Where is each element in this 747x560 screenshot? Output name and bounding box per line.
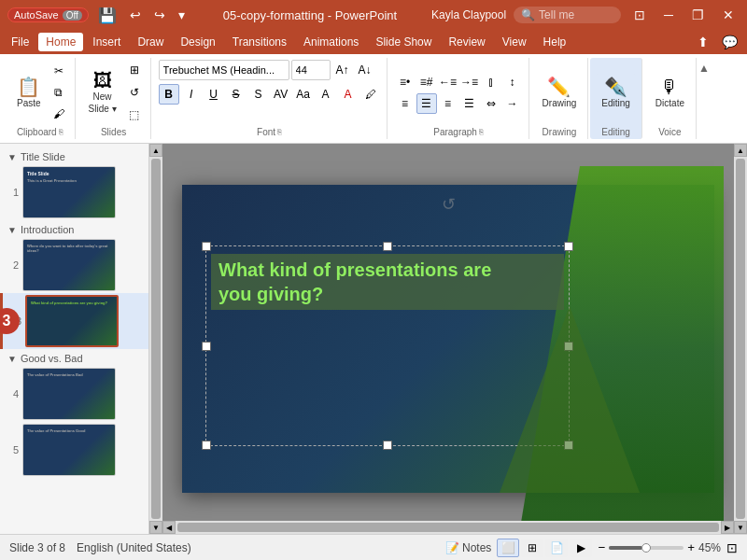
handle-top-right[interactable] bbox=[564, 242, 573, 251]
autosave-toggle[interactable]: AutoSave Off bbox=[7, 7, 89, 22]
undo-button[interactable]: ↩ bbox=[126, 6, 145, 24]
fit-slide-button[interactable]: ⊡ bbox=[726, 540, 738, 555]
menu-view[interactable]: View bbox=[495, 33, 534, 51]
new-slide-button[interactable]: 🖼 New Slide ▾ bbox=[83, 67, 122, 118]
handle-top-left[interactable] bbox=[202, 242, 211, 251]
cut-button[interactable]: ✂ bbox=[49, 61, 69, 81]
align-left-button[interactable]: ≡ bbox=[395, 93, 416, 114]
indent-button[interactable]: →≡ bbox=[459, 72, 480, 92]
comments-button[interactable]: 💬 bbox=[716, 33, 743, 51]
slide-item-2[interactable]: 2 Where do you want to take after today'… bbox=[0, 237, 148, 293]
editing-button[interactable]: ✒️ Editing bbox=[596, 74, 636, 112]
strikethrough-button[interactable]: S bbox=[226, 84, 247, 105]
autosave-state[interactable]: Off bbox=[63, 10, 82, 21]
view-normal-button[interactable]: ⬜ bbox=[497, 539, 519, 557]
menu-home[interactable]: Home bbox=[38, 33, 83, 51]
justify-button[interactable]: ☰ bbox=[459, 93, 480, 114]
menu-help[interactable]: Help bbox=[536, 33, 574, 51]
clipboard-expand[interactable]: ⎘ bbox=[59, 128, 63, 136]
close-button[interactable]: ✕ bbox=[717, 6, 740, 24]
dictate-button[interactable]: 🎙 Dictate bbox=[650, 74, 690, 112]
scroll-down-right[interactable]: ▼ bbox=[734, 521, 747, 534]
save-button[interactable]: 💾 bbox=[94, 5, 120, 26]
menu-design[interactable]: Design bbox=[173, 33, 222, 51]
align-right-button[interactable]: ≡ bbox=[438, 93, 458, 114]
scroll-up-right[interactable]: ▲ bbox=[734, 144, 747, 157]
font-expand[interactable]: ⎘ bbox=[277, 128, 282, 136]
redo-button[interactable]: ↪ bbox=[150, 6, 169, 24]
font-name-input[interactable] bbox=[159, 60, 289, 80]
search-area[interactable]: 🔍 bbox=[514, 7, 621, 23]
underline-button[interactable]: U bbox=[204, 84, 224, 105]
italic-button[interactable]: I bbox=[181, 84, 202, 105]
clear-format-button[interactable]: A bbox=[316, 84, 336, 105]
left-scrollbar[interactable]: ▲ ▼ bbox=[149, 144, 162, 534]
highlight-button[interactable]: 🖊 bbox=[360, 84, 381, 105]
slide-item-4[interactable]: 4 The value of Presentations Bad bbox=[0, 366, 148, 422]
view-slideshow-button[interactable]: ▶ bbox=[570, 539, 592, 557]
menu-file[interactable]: File bbox=[4, 33, 36, 51]
zoom-in-button[interactable]: + bbox=[687, 540, 695, 554]
bullets-button[interactable]: ≡• bbox=[395, 72, 416, 92]
customize-qat-button[interactable]: ▾ bbox=[175, 6, 189, 24]
numbered-list-button[interactable]: ≡# bbox=[416, 72, 437, 92]
minimize-button[interactable]: ─ bbox=[658, 6, 679, 24]
char-spacing-button[interactable]: AV bbox=[271, 84, 291, 105]
text-direction-button[interactable]: ⇔ bbox=[481, 93, 501, 114]
increase-font-button[interactable]: A↑ bbox=[332, 60, 353, 80]
share-button[interactable]: ⬆ bbox=[692, 33, 714, 51]
section-title-slide[interactable]: ▼ Title Slide bbox=[0, 147, 148, 164]
zoom-slider[interactable] bbox=[609, 546, 684, 550]
section-introduction[interactable]: ▼ Introduction bbox=[0, 220, 148, 237]
handle-top-center[interactable] bbox=[383, 242, 392, 251]
reset-slide-button[interactable]: ↺ bbox=[124, 82, 145, 103]
section-button[interactable]: ⬚ bbox=[124, 105, 145, 125]
slide-item-3[interactable]: 3 3 What kind of presentations are you g… bbox=[0, 293, 148, 349]
handle-middle-right[interactable] bbox=[564, 342, 573, 351]
shadow-button[interactable]: S bbox=[248, 84, 269, 105]
font-color-button[interactable]: A bbox=[338, 84, 359, 105]
bold-button[interactable]: B bbox=[159, 84, 179, 105]
menu-slideshow[interactable]: Slide Show bbox=[368, 33, 439, 51]
scroll-right-bottom[interactable]: ▶ bbox=[721, 521, 734, 534]
notes-button[interactable]: 📝 Notes bbox=[445, 541, 491, 554]
line-spacing-button[interactable]: ↕ bbox=[502, 72, 523, 92]
handle-bottom-center[interactable] bbox=[383, 441, 392, 450]
slide-item-5[interactable]: 5 The value of Presentations Good bbox=[0, 422, 148, 478]
columns-button[interactable]: ⫿ bbox=[481, 72, 501, 92]
restore-button[interactable]: ❐ bbox=[686, 6, 710, 24]
slide-layout-button[interactable]: ⊞ bbox=[124, 60, 145, 80]
drawing-button[interactable]: ✏️ Drawing bbox=[537, 74, 583, 112]
search-input[interactable] bbox=[539, 8, 613, 21]
zoom-handle[interactable] bbox=[641, 543, 651, 553]
align-center-button[interactable]: ☰ bbox=[416, 93, 437, 114]
section-good-vs-bad[interactable]: ▼ Good vs. Bad bbox=[0, 349, 148, 366]
outdent-button[interactable]: ←≡ bbox=[438, 72, 458, 92]
decrease-font-button[interactable]: A↓ bbox=[355, 60, 375, 80]
handle-bottom-left[interactable] bbox=[202, 441, 211, 450]
handle-bottom-right[interactable] bbox=[564, 441, 573, 450]
copy-button[interactable]: ⧉ bbox=[49, 82, 69, 103]
zoom-out-button[interactable]: − bbox=[598, 540, 605, 554]
format-painter-button[interactable]: 🖌 bbox=[49, 104, 69, 124]
ribbon-display-button[interactable]: ⊡ bbox=[628, 6, 651, 24]
change-case-button[interactable]: Aa bbox=[293, 84, 314, 105]
view-reading-button[interactable]: 📄 bbox=[545, 539, 568, 557]
convert-to-smartart-button[interactable]: → bbox=[502, 93, 523, 114]
scroll-left-bottom[interactable]: ◀ bbox=[162, 521, 176, 534]
paragraph-expand[interactable]: ⎘ bbox=[479, 128, 484, 136]
canvas-scrollbar-right[interactable]: ▲ ▼ bbox=[734, 144, 747, 534]
slide-item-1[interactable]: 1 Title Slide This is a Great Presentati… bbox=[0, 164, 148, 220]
text-box[interactable]: What kind of presentations are you givin… bbox=[205, 245, 570, 446]
scroll-up-button[interactable]: ▲ bbox=[149, 144, 162, 157]
menu-draw[interactable]: Draw bbox=[130, 33, 171, 51]
collapse-ribbon-button[interactable]: ▲ bbox=[698, 58, 710, 139]
scroll-down-button[interactable]: ▼ bbox=[149, 521, 162, 534]
menu-review[interactable]: Review bbox=[441, 33, 492, 51]
menu-animations[interactable]: Animations bbox=[296, 33, 366, 51]
font-size-input[interactable] bbox=[291, 60, 331, 80]
menu-insert[interactable]: Insert bbox=[85, 33, 128, 51]
canvas-scrollbar-bottom[interactable]: ◀ ▶ bbox=[162, 521, 734, 534]
menu-transitions[interactable]: Transitions bbox=[225, 33, 294, 51]
handle-middle-left[interactable] bbox=[202, 342, 211, 351]
